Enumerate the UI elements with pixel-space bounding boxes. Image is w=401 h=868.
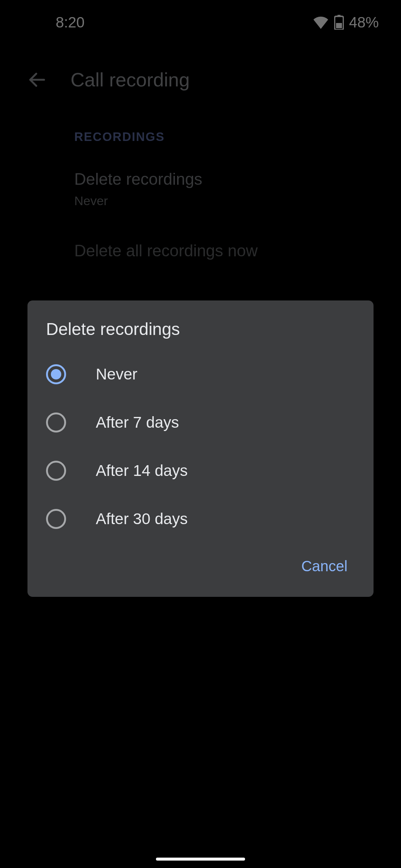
delete-recordings-dialog: Delete recordings Never After 7 days Aft…: [27, 300, 374, 597]
option-label: After 14 days: [96, 462, 188, 480]
option-after-7-days[interactable]: After 7 days: [27, 398, 374, 447]
dialog-title: Delete recordings: [27, 319, 374, 350]
option-after-14-days[interactable]: After 14 days: [27, 447, 374, 495]
cancel-button[interactable]: Cancel: [290, 550, 359, 582]
option-label: After 7 days: [96, 414, 179, 431]
option-label: After 30 days: [96, 510, 188, 528]
radio-unselected-icon: [46, 412, 66, 433]
option-never[interactable]: Never: [27, 350, 374, 398]
radio-unselected-icon: [46, 461, 66, 481]
dialog-actions: Cancel: [27, 543, 374, 586]
radio-selected-icon: [46, 364, 66, 384]
option-after-30-days[interactable]: After 30 days: [27, 495, 374, 543]
radio-unselected-icon: [46, 509, 66, 529]
option-label: Never: [96, 365, 137, 383]
home-indicator[interactable]: [156, 858, 245, 861]
